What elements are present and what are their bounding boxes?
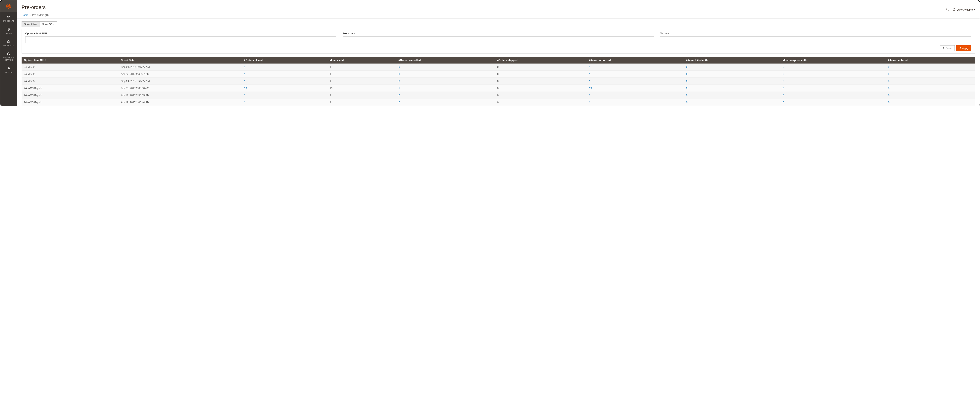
cell-items-expired[interactable]: 0: [780, 85, 886, 92]
col-items-captured[interactable]: #Items captured: [886, 57, 975, 64]
cell-items-captured[interactable]: 0: [886, 78, 975, 85]
sidebar-item-label: CUSTOMER SERVICE: [1, 57, 16, 61]
cell-orders-placed[interactable]: 1: [242, 99, 327, 106]
filter-sku: Option client SKU: [25, 32, 336, 43]
cell-items-sold: 1: [327, 78, 396, 85]
cell-orders-cancelled[interactable]: 0: [396, 99, 495, 106]
cell-items-authorized[interactable]: 1: [587, 99, 684, 106]
filter-sku-input[interactable]: [25, 37, 336, 43]
cell-items-authorized[interactable]: 1: [587, 92, 684, 99]
table-row[interactable]: 24-WG081-pinkApr 19, 2017 1:08:44 PM1100…: [22, 99, 975, 106]
apply-label: Apply: [962, 47, 969, 49]
cell-items-authorized[interactable]: 1: [587, 78, 684, 85]
toolbar: Show filters Show 50 ▾: [17, 19, 980, 27]
sidebar-item-system[interactable]: SYSTEM: [0, 64, 17, 76]
filter-to-input[interactable]: [660, 37, 971, 43]
cell-items-authorized[interactable]: 1: [587, 70, 684, 78]
cell-items-failed[interactable]: 0: [684, 64, 780, 70]
table-row[interactable]: 24-MG02Sep 24, 2017 3:45:27 AM11001000: [22, 64, 975, 70]
cell-orders-cancelled[interactable]: 0: [396, 70, 495, 78]
cell-orders-placed[interactable]: 1: [242, 92, 327, 99]
search-icon[interactable]: [946, 8, 949, 12]
reset-button[interactable]: Reset: [940, 45, 955, 51]
show-filters-label: Show filters: [24, 23, 37, 26]
cell-orders-placed[interactable]: 1: [242, 78, 327, 85]
cell-items-captured[interactable]: 0: [886, 70, 975, 78]
sidebar-item-dashboard[interactable]: DASHBOARD: [0, 12, 17, 24]
brand-logo[interactable]: [0, 0, 17, 12]
sidebar: DASHBOARD $ SALES PRODUCTS CUSTOMER SERV…: [0, 0, 17, 106]
table-row[interactable]: 24-MG05Sep 24, 2017 3:45:27 AM11001000: [22, 78, 975, 85]
table-row[interactable]: 24-MG02Apr 24, 2017 2:45:27 PM11001000: [22, 70, 975, 78]
cell-items-failed[interactable]: 0: [684, 78, 780, 85]
cell-sku: 24-MG02: [22, 70, 119, 78]
sidebar-item-customer-service[interactable]: CUSTOMER SERVICE: [0, 49, 17, 64]
col-orders-placed[interactable]: #Orders placed: [242, 57, 327, 64]
cell-items-expired[interactable]: 0: [780, 92, 886, 99]
cell-street-date: Apr 19, 2017 1:08:44 PM: [119, 99, 242, 106]
cell-items-failed[interactable]: 0: [684, 85, 780, 92]
cell-orders-placed[interactable]: 1: [242, 64, 327, 70]
user-name: LUMA@demo: [957, 8, 973, 11]
cell-orders-cancelled[interactable]: 0: [396, 78, 495, 85]
sidebar-item-products[interactable]: PRODUCTS: [0, 37, 17, 49]
preorders-table: Option client SKU Street Date #Orders pl…: [22, 57, 975, 106]
magento-logo-icon: [6, 3, 11, 9]
cell-items-failed[interactable]: 0: [684, 99, 780, 106]
cell-items-sold: 1: [327, 64, 396, 70]
page-size-button[interactable]: Show 50 ▾: [40, 21, 57, 27]
cell-items-captured[interactable]: 0: [886, 92, 975, 99]
col-items-failed[interactable]: #Items failed auth: [684, 57, 780, 64]
cell-orders-cancelled[interactable]: 0: [396, 92, 495, 99]
refresh-icon: [942, 47, 945, 49]
cell-items-failed[interactable]: 0: [684, 92, 780, 99]
col-items-authorized[interactable]: #Items authorized: [587, 57, 684, 64]
col-street-date[interactable]: Street Date: [119, 57, 242, 64]
cell-items-authorized[interactable]: 19: [587, 85, 684, 92]
cell-orders-placed[interactable]: 19: [242, 85, 327, 92]
person-icon: [953, 8, 956, 11]
cell-items-failed[interactable]: 0: [684, 70, 780, 78]
col-orders-shipped[interactable]: #Orders shipped: [495, 57, 587, 64]
filter-row: Option client SKU From date To date: [25, 32, 971, 43]
cell-sku: 24-MG05: [22, 78, 119, 85]
cell-items-authorized[interactable]: 1: [587, 64, 684, 70]
cell-orders-cancelled[interactable]: 0: [396, 64, 495, 70]
cell-items-captured[interactable]: 0: [886, 85, 975, 92]
col-orders-cancelled[interactable]: #Orders cancelled: [396, 57, 495, 64]
sidebar-item-sales[interactable]: $ SALES: [0, 24, 17, 37]
col-items-expired[interactable]: #Items expired auth: [780, 57, 886, 64]
cell-orders-shipped: 0: [495, 70, 587, 78]
main-content: Pre-orders LUMA@demo ▾ Home › Pre-orders…: [17, 0, 980, 106]
show-filters-button[interactable]: Show filters: [22, 21, 40, 27]
cell-orders-cancelled[interactable]: 1: [396, 85, 495, 92]
filter-from-input[interactable]: [343, 37, 654, 43]
page-title: Pre-orders: [22, 4, 46, 10]
cell-orders-shipped: 0: [495, 99, 587, 106]
app-frame: DASHBOARD $ SALES PRODUCTS CUSTOMER SERV…: [0, 0, 980, 106]
cell-sku: 24-WG081-pink: [22, 92, 119, 99]
breadcrumb-home[interactable]: Home: [22, 14, 29, 16]
cell-items-expired[interactable]: 0: [780, 99, 886, 106]
cell-orders-shipped: 0: [495, 85, 587, 92]
table-row[interactable]: 24-WG081-pinkApr 19, 2017 2:53:33 PM1100…: [22, 92, 975, 99]
reset-label: Reset: [946, 47, 952, 49]
filter-to-date: To date: [660, 32, 971, 43]
cell-items-expired[interactable]: 0: [780, 78, 886, 85]
cell-items-sold: 1: [327, 70, 396, 78]
cell-items-captured[interactable]: 0: [886, 99, 975, 106]
cell-items-expired[interactable]: 0: [780, 64, 886, 70]
col-sku[interactable]: Option client SKU: [22, 57, 119, 64]
dollar-icon: $: [8, 27, 10, 32]
cube-icon: [7, 40, 10, 44]
col-items-sold[interactable]: #Items sold: [327, 57, 396, 64]
cell-orders-shipped: 0: [495, 92, 587, 99]
table-row[interactable]: 24-WG081-pinkApr 25, 2017 2:00:00 AM1919…: [22, 85, 975, 92]
headset-icon: [7, 52, 10, 56]
cell-items-captured[interactable]: 0: [886, 64, 975, 70]
apply-button[interactable]: Apply: [956, 45, 971, 51]
cell-items-sold: 1: [327, 92, 396, 99]
cell-items-expired[interactable]: 0: [780, 70, 886, 78]
cell-orders-placed[interactable]: 1: [242, 70, 327, 78]
user-menu[interactable]: LUMA@demo ▾: [953, 8, 975, 11]
